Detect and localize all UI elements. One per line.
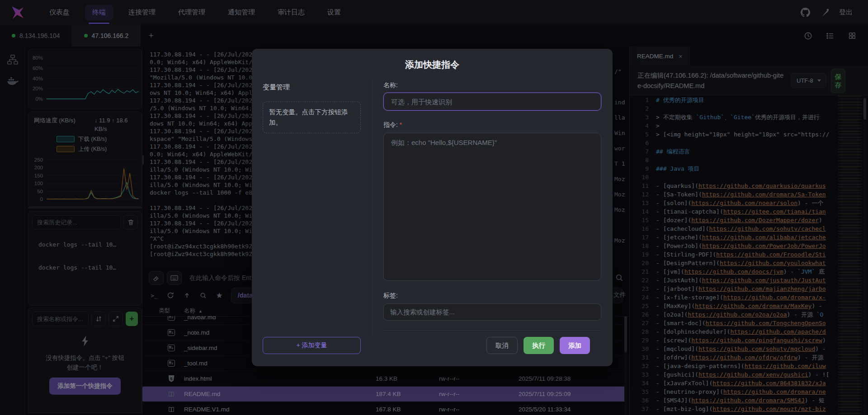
cancel-button[interactable]: 取消 (486, 337, 518, 354)
run-button[interactable]: 执行 (524, 337, 554, 354)
command-label: 指令: * (383, 121, 402, 129)
modal-buttons: 取消 执行 添加 (486, 337, 590, 354)
modal-title: 添加快捷指令 (252, 59, 613, 71)
app-root: 仪表盘终端连接管理代理管理通知管理审计日志设置 登出 8.134.196.104… (0, 0, 868, 415)
tags-input[interactable] (383, 303, 601, 321)
add-variable-button[interactable]: + 添加变量 (263, 337, 361, 354)
variables-section: 变量管理 暂无变量。点击下方按钮添加。 (263, 83, 361, 133)
modal-divider (372, 80, 373, 336)
tags-label: 标签: (383, 292, 398, 300)
variables-empty-box: 暂无变量。点击下方按钮添加。 (263, 102, 361, 133)
name-label: 名称: (383, 81, 398, 89)
modal-footer-divider (383, 330, 601, 331)
add-button[interactable]: 添加 (560, 337, 590, 354)
name-input[interactable] (383, 93, 601, 111)
add-quick-command-modal: 添加快捷指令 变量管理 暂无变量。点击下方按钮添加。 + 添加变量 名称: 指令… (252, 49, 613, 366)
command-textarea[interactable] (383, 133, 601, 281)
required-mark: * (400, 121, 402, 128)
variables-heading: 变量管理 (263, 83, 361, 92)
